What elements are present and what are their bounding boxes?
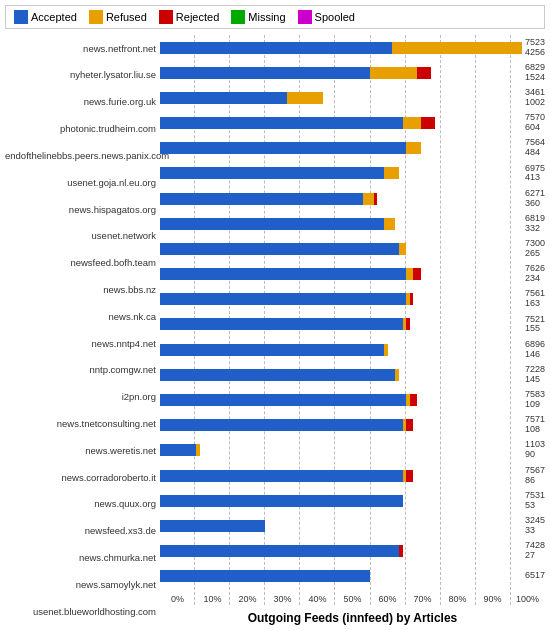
bar-value-secondary: 27 (525, 551, 545, 561)
bar-segment (160, 520, 265, 532)
bar-value-secondary: 484 (525, 148, 545, 158)
bar-segment (392, 42, 522, 54)
bar-values: 753153 (525, 491, 545, 511)
y-labels: news.netfront.netnyheter.lysator.liu.sen… (5, 35, 160, 625)
bar-segments (160, 293, 522, 305)
bar-row: 7570604 (160, 115, 545, 131)
bar-value-secondary: 1524 (525, 73, 545, 83)
bar-segment (410, 394, 417, 406)
bar-values: 756786 (525, 466, 545, 486)
bar-values: 34611002 (525, 88, 545, 108)
y-label: usenet.blueworldhosting.com (5, 607, 156, 617)
y-label: newsfeed.xs3.de (5, 526, 156, 536)
bar-row: 68291524 (160, 65, 545, 81)
bar-segment (160, 394, 406, 406)
bar-segments (160, 142, 522, 154)
bar-segment (370, 67, 417, 79)
bar-segments (160, 268, 522, 280)
y-label: endofthelinebbs.peers.news.panix.com (5, 151, 156, 161)
bar-values: 68291524 (525, 63, 545, 83)
bar-segment (160, 67, 370, 79)
y-label: news.quux.org (5, 499, 156, 509)
bar-segment (417, 67, 431, 79)
legend-item: Missing (231, 10, 285, 24)
bar-segments (160, 369, 522, 381)
bar-segment (406, 268, 413, 280)
bar-value-secondary: 108 (525, 425, 545, 435)
bar-segments (160, 218, 522, 230)
legend-item: Accepted (14, 10, 77, 24)
y-label: news.netfront.net (5, 44, 156, 54)
bar-value-secondary: 4256 (525, 48, 545, 58)
bar-values: 7571108 (525, 415, 545, 435)
y-label: news.corradoroberto.it (5, 473, 156, 483)
legend: AcceptedRefusedRejectedMissingSpooled (5, 5, 545, 29)
bar-segment (160, 167, 384, 179)
bar-segments (160, 243, 522, 255)
bar-segment (399, 545, 403, 557)
bar-segment (384, 344, 388, 356)
bar-value-secondary: 90 (525, 450, 545, 460)
bar-values: 7626234 (525, 264, 545, 284)
y-label: newsfeed.bofh.team (5, 258, 156, 268)
bar-values: 110390 (525, 440, 545, 460)
y-label: news.nk.ca (5, 312, 156, 322)
bar-segment (160, 142, 406, 154)
bar-segment (160, 545, 399, 557)
bar-row: 6819332 (160, 216, 545, 232)
y-label: news.nntp4.net (5, 339, 156, 349)
bar-value-secondary: 33 (525, 526, 545, 536)
x-axis-label: 50% (335, 594, 370, 604)
bar-row: 7300265 (160, 241, 545, 257)
bar-row: 75234256 (160, 40, 545, 56)
bar-value-secondary: 155 (525, 324, 545, 334)
bar-row: 6517 (160, 568, 545, 584)
y-label: nyheter.lysator.liu.se (5, 70, 156, 80)
legend-color-box (231, 10, 245, 24)
bar-segment (406, 318, 410, 330)
x-axis-label: 20% (230, 594, 265, 604)
y-label: i2pn.org (5, 392, 156, 402)
y-label: news.furie.org.uk (5, 97, 156, 107)
bar-values: 75234256 (525, 38, 545, 58)
bar-segments (160, 117, 522, 129)
legend-color-box (14, 10, 28, 24)
bar-segments (160, 545, 522, 557)
x-axis-label: 70% (405, 594, 440, 604)
legend-color-box (159, 10, 173, 24)
bar-values: 6271360 (525, 189, 545, 209)
bar-segments (160, 42, 522, 54)
bar-segment (160, 268, 406, 280)
y-label: photonic.trudheim.com (5, 124, 156, 134)
bar-value-secondary: 146 (525, 350, 545, 360)
bar-values: 742827 (525, 541, 545, 561)
legend-label: Spooled (315, 11, 355, 23)
bar-row: 6975413 (160, 165, 545, 181)
bar-segment (384, 218, 395, 230)
bar-values: 6819332 (525, 214, 545, 234)
bar-value-secondary: 145 (525, 375, 545, 385)
bar-segment (196, 444, 200, 456)
y-label: news.chmurka.net (5, 553, 156, 563)
bar-value-secondary: 265 (525, 249, 545, 259)
bar-value-secondary: 413 (525, 173, 545, 183)
bar-segment (160, 318, 403, 330)
bar-segment (421, 117, 435, 129)
bar-value-secondary: 604 (525, 123, 545, 133)
bar-segment (160, 444, 196, 456)
bar-segment (363, 193, 374, 205)
chart-container: AcceptedRefusedRejectedMissingSpooled ne… (0, 0, 550, 630)
bar-values: 7228145 (525, 365, 545, 385)
bar-segment (384, 167, 398, 179)
bar-segment (160, 470, 403, 482)
bar-row: 7561163 (160, 291, 545, 307)
x-axis-label: 80% (440, 594, 475, 604)
bar-value-secondary: 53 (525, 501, 545, 511)
bar-value-secondary: 360 (525, 199, 545, 209)
y-label: news.weretis.net (5, 446, 156, 456)
bar-row: 7626234 (160, 266, 545, 282)
bar-segments (160, 344, 522, 356)
bar-segment (403, 117, 421, 129)
x-axis: 0%10%20%30%40%50%60%70%80%90%100% (160, 589, 545, 609)
bar-segments (160, 570, 522, 582)
